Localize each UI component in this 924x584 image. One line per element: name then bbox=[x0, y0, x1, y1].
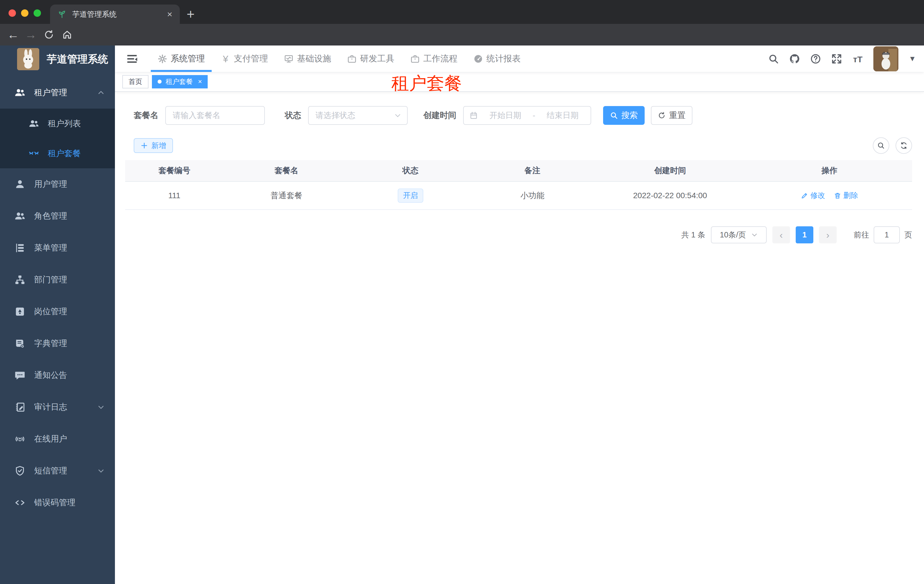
user-avatar[interactable] bbox=[873, 46, 898, 71]
minimize-window-button[interactable] bbox=[21, 9, 28, 17]
topnav-label: 统计报表 bbox=[487, 53, 521, 64]
sidebar-item-notice[interactable]: 通知公告 bbox=[0, 359, 115, 391]
package-name-input[interactable] bbox=[173, 111, 257, 120]
sidebar-item-label: 岗位管理 bbox=[34, 306, 67, 317]
sidebar-item-role[interactable]: 角色管理 bbox=[0, 200, 115, 232]
browser-tab[interactable]: 芋道管理系统 × bbox=[50, 5, 180, 24]
topnav-item-pay[interactable]: ¥ 支付管理 bbox=[213, 46, 276, 72]
col-header-created: 创建时间 bbox=[594, 165, 747, 176]
filter-date-label: 创建时间 bbox=[423, 110, 456, 121]
tab-title: 芋道管理系统 bbox=[72, 9, 167, 19]
cell-remark: 小功能 bbox=[471, 190, 594, 201]
pagination: 共 1 条 10条/页 ‹ 1 › 前往 页 bbox=[134, 226, 912, 243]
delete-row-link[interactable]: 删除 bbox=[834, 191, 858, 201]
sidebar-item-label: 错误码管理 bbox=[34, 497, 75, 508]
tab-close-icon[interactable]: × bbox=[167, 10, 172, 19]
next-page-button[interactable]: › bbox=[819, 226, 837, 243]
help-icon[interactable] bbox=[810, 53, 821, 64]
tag-label: 租户套餐 bbox=[165, 77, 193, 86]
font-size-icon[interactable]: тT bbox=[852, 53, 863, 64]
chevron-up-icon bbox=[97, 89, 105, 96]
sidebar-item-tenant-list[interactable]: 租户列表 bbox=[0, 109, 115, 138]
sidebar-item-post[interactable]: 岗位管理 bbox=[0, 296, 115, 327]
github-icon[interactable] bbox=[789, 53, 800, 64]
new-tab-button[interactable]: + bbox=[186, 5, 195, 23]
sidebar-item-sms[interactable]: 短信管理 bbox=[0, 455, 115, 487]
avatar-caret-icon[interactable]: ▼ bbox=[909, 54, 916, 63]
sidebar-item-audit-log[interactable]: 审计日志 bbox=[0, 391, 115, 423]
sidebar-item-error-code[interactable]: 错误码管理 bbox=[0, 487, 115, 518]
topnav-item-workflow[interactable]: 工作流程 bbox=[402, 46, 465, 72]
monitor-icon bbox=[284, 54, 294, 64]
zoom-window-button[interactable] bbox=[33, 9, 41, 17]
topnav-item-system[interactable]: 系统管理 bbox=[150, 46, 213, 72]
refresh-table-button[interactable] bbox=[896, 137, 912, 154]
briefcase-icon bbox=[410, 54, 420, 64]
pagination-total: 共 1 条 bbox=[681, 230, 705, 240]
col-header-remark: 备注 bbox=[471, 165, 594, 176]
sidebar-item-menu[interactable]: 菜单管理 bbox=[0, 232, 115, 264]
topnav-label: 基础设施 bbox=[297, 53, 331, 64]
app-logo bbox=[17, 48, 39, 70]
date-separator: - bbox=[533, 111, 535, 120]
reload-button[interactable] bbox=[40, 24, 58, 46]
top-nav: 系统管理 ¥ 支付管理 基础设施 研发工具 bbox=[150, 46, 528, 72]
reset-button[interactable]: 重置 bbox=[651, 106, 693, 125]
topnav-item-report[interactable]: 统计报表 bbox=[465, 46, 528, 72]
search-button[interactable]: 搜索 bbox=[603, 106, 645, 125]
sidebar-item-user[interactable]: 用户管理 bbox=[0, 168, 115, 200]
show-search-toggle-button[interactable] bbox=[873, 137, 889, 154]
date-end-placeholder[interactable]: 结束日期 bbox=[541, 110, 585, 121]
back-button[interactable]: ← bbox=[5, 24, 21, 46]
sidebar-item-label: 在线用户 bbox=[34, 433, 67, 445]
sidebar-item-tenant-package[interactable]: 租户套餐 bbox=[0, 138, 115, 168]
app-header: 系统管理 ¥ 支付管理 基础设施 研发工具 bbox=[115, 46, 924, 72]
browser-toolbar: ← → 127.0.0.1:48080/admin-ui/system/tena… bbox=[0, 24, 924, 46]
date-range-picker[interactable]: 开始日期 - 结束日期 bbox=[463, 106, 591, 125]
current-page-button[interactable]: 1 bbox=[796, 226, 813, 243]
date-start-placeholder[interactable]: 开始日期 bbox=[483, 110, 528, 121]
tag-label: 首页 bbox=[129, 77, 142, 86]
search-button-label: 搜索 bbox=[621, 110, 638, 121]
search-icon[interactable] bbox=[768, 53, 779, 64]
refresh-icon bbox=[900, 141, 908, 150]
home-button[interactable] bbox=[59, 24, 76, 46]
active-dot bbox=[158, 80, 162, 84]
gear-icon bbox=[158, 54, 167, 64]
status-badge: 开启 bbox=[398, 189, 423, 203]
col-header-status: 状态 bbox=[349, 165, 471, 176]
topnav-item-infra[interactable]: 基础设施 bbox=[276, 46, 339, 72]
prev-page-button[interactable]: ‹ bbox=[772, 226, 790, 243]
topnav-item-dev-tools[interactable]: 研发工具 bbox=[339, 46, 402, 72]
collapse-sidebar-icon[interactable] bbox=[126, 53, 138, 65]
page-size-select[interactable]: 10条/页 bbox=[711, 226, 767, 243]
users-icon bbox=[14, 87, 26, 99]
sidebar-item-dept[interactable]: 部门管理 bbox=[0, 264, 115, 296]
sidebar-item-dict[interactable]: 字典管理 bbox=[0, 327, 115, 359]
fullscreen-icon[interactable] bbox=[831, 53, 842, 64]
forward-button[interactable]: → bbox=[22, 24, 39, 46]
shield-check-icon bbox=[14, 465, 26, 477]
chevron-down-icon bbox=[394, 112, 401, 119]
close-window-button[interactable] bbox=[8, 9, 16, 17]
tag-home[interactable]: 首页 bbox=[122, 75, 148, 89]
package-name-field[interactable] bbox=[165, 106, 265, 125]
edit-row-link[interactable]: 修改 bbox=[801, 191, 825, 201]
topnav-label: 支付管理 bbox=[234, 53, 268, 64]
comment-icon bbox=[14, 370, 26, 381]
sidebar: 芋道管理系统 租户管理 租户列表 bbox=[0, 46, 115, 584]
topnav-label: 工作流程 bbox=[423, 53, 457, 64]
sidebar-item-label: 租户套餐 bbox=[48, 148, 81, 159]
add-button[interactable]: 新增 bbox=[134, 138, 173, 153]
sidebar-item-label: 菜单管理 bbox=[34, 242, 67, 253]
status-select[interactable]: 请选择状态 bbox=[308, 106, 408, 125]
sidebar-item-tenant[interactable]: 租户管理 bbox=[0, 77, 115, 109]
sidebar-item-label: 租户管理 bbox=[34, 87, 67, 99]
sidebar-item-online-user[interactable]: 在线用户 bbox=[0, 423, 115, 455]
tag-close-icon[interactable]: × bbox=[198, 77, 202, 86]
filter-status-label: 状态 bbox=[285, 110, 301, 121]
cell-created-at: 2022-02-22 00:54:00 bbox=[594, 191, 747, 200]
goto-page-input[interactable] bbox=[874, 226, 900, 243]
tag-tenant-package[interactable]: 租户套餐 × bbox=[152, 75, 208, 89]
trash-icon bbox=[834, 192, 841, 199]
